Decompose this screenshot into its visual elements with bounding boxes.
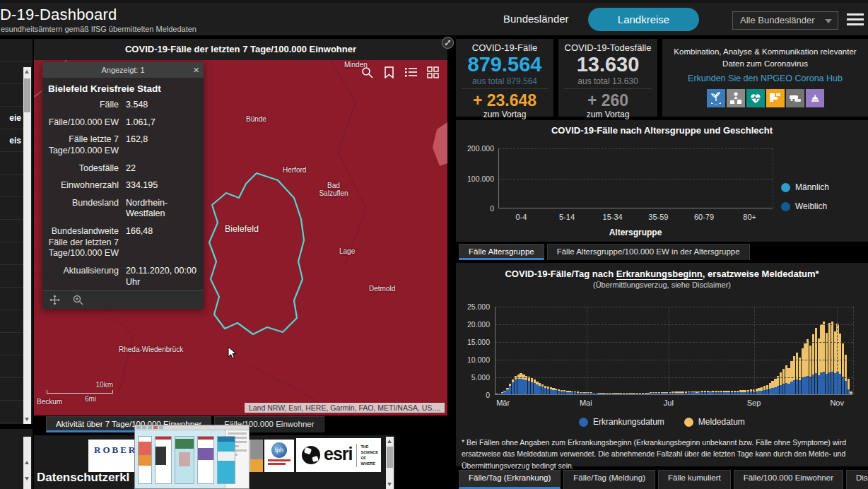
day-bar[interactable] [587, 307, 590, 394]
day-bar[interactable] [793, 307, 795, 394]
day-bar[interactable] [799, 307, 801, 394]
day-bar[interactable] [633, 307, 635, 394]
day-bar[interactable] [506, 307, 508, 394]
scroll-up-icon[interactable] [25, 461, 29, 464]
day-bar[interactable] [693, 307, 695, 394]
day-bar[interactable] [604, 307, 606, 394]
day-bar[interactable] [577, 307, 579, 394]
day-bar[interactable] [744, 307, 746, 394]
day-bar[interactable] [763, 307, 766, 394]
left-bottom-scrollbar[interactable] [23, 437, 31, 489]
day-bar[interactable] [823, 307, 825, 394]
day-bar[interactable] [688, 307, 690, 394]
day-bar[interactable] [552, 307, 554, 394]
map-legend-icon[interactable] [403, 64, 418, 80]
age-tab-0[interactable]: Fälle Altersgruppe [459, 244, 544, 260]
day-bar[interactable] [617, 307, 619, 394]
day-bar[interactable] [802, 307, 804, 394]
day-bar[interactable] [769, 307, 771, 394]
day-bar[interactable] [845, 307, 847, 394]
scroll-down-icon[interactable] [387, 483, 392, 486]
day-bar[interactable] [574, 307, 576, 394]
day-bar[interactable] [671, 307, 674, 394]
close-icon[interactable]: × [193, 62, 199, 78]
day-bar[interactable] [737, 307, 739, 394]
day-bar[interactable] [550, 307, 552, 394]
day-bar[interactable] [698, 307, 700, 394]
day-bar[interactable] [515, 307, 517, 394]
day-bar[interactable] [780, 307, 782, 394]
map-canvas[interactable]: MindenBündeHerfordBad SalzuflenBielefeld… [34, 60, 447, 416]
day-bar[interactable] [528, 307, 530, 394]
day-bar[interactable] [750, 307, 752, 394]
day-bar[interactable] [725, 307, 727, 394]
day-bar[interactable] [582, 307, 585, 394]
day-bar[interactable] [741, 307, 744, 394]
day-bar[interactable] [709, 307, 711, 394]
scroll-thumb[interactable] [24, 78, 30, 112]
day-bar[interactable] [815, 307, 817, 394]
day-bar[interactable] [631, 307, 633, 394]
day-bar[interactable] [593, 307, 595, 394]
day-bar[interactable] [598, 307, 600, 394]
scroll-thumb[interactable] [387, 447, 393, 468]
population-icon[interactable] [727, 89, 745, 107]
day-bar[interactable] [704, 307, 706, 394]
day-bar[interactable] [601, 307, 603, 394]
day-bar[interactable] [826, 307, 828, 394]
day-bar[interactable] [839, 307, 841, 394]
tab-bundeslaender[interactable]: Bundesländer [503, 13, 569, 25]
day-bar[interactable] [512, 307, 514, 394]
day-bar[interactable] [520, 307, 522, 394]
day-bar[interactable] [544, 307, 546, 394]
bottom-tab-0[interactable]: Fälle/Tag (Erkrankung) [459, 470, 561, 489]
screenshot-preview-window[interactable] [134, 425, 250, 489]
day-bar[interactable] [652, 307, 655, 394]
day-bar[interactable] [645, 307, 647, 394]
day-bar[interactable] [785, 307, 787, 394]
day-bar[interactable] [639, 307, 641, 394]
bottom-tab-2[interactable]: Fälle kumuliert [658, 470, 731, 489]
day-bar[interactable] [647, 307, 649, 394]
day-bar[interactable] [568, 307, 570, 394]
scroll-down-icon[interactable] [25, 477, 29, 481]
day-bar[interactable] [661, 307, 663, 394]
day-bar[interactable] [834, 307, 836, 394]
day-bar[interactable] [609, 307, 611, 394]
scroll-up-icon[interactable] [387, 440, 392, 443]
day-bar[interactable] [555, 307, 557, 394]
day-bar[interactable] [848, 307, 850, 394]
day-bar[interactable] [626, 307, 628, 394]
day-bar[interactable] [658, 307, 660, 394]
day-bar[interactable] [571, 307, 573, 394]
day-bar[interactable] [691, 307, 693, 394]
day-bar[interactable] [790, 307, 792, 394]
day-bar[interactable] [566, 307, 568, 394]
day-bar[interactable] [831, 307, 833, 394]
day-bar[interactable] [777, 307, 779, 394]
day-bar[interactable] [509, 307, 511, 394]
day-bar[interactable] [782, 307, 785, 394]
day-bar[interactable] [696, 307, 698, 394]
day-bar[interactable] [720, 307, 722, 394]
day-bar[interactable] [674, 307, 676, 394]
menu-button[interactable] [847, 13, 864, 28]
day-bar[interactable] [525, 307, 527, 394]
day-bar[interactable] [536, 307, 538, 394]
day-bar[interactable] [561, 307, 563, 394]
administration-icon[interactable] [806, 89, 824, 107]
day-bar[interactable] [728, 307, 730, 394]
day-bar[interactable] [731, 307, 733, 394]
age-tab-1[interactable]: Fälle Altersgruppe/100.000 EW in der Alt… [547, 244, 750, 260]
scroll-down-icon[interactable] [25, 418, 29, 421]
day-bar[interactable] [771, 307, 773, 394]
bundesland-select[interactable]: Alle Bundesländer [732, 11, 838, 30]
day-bar[interactable] [774, 307, 776, 394]
day-bar[interactable] [501, 307, 503, 394]
day-bar[interactable] [623, 307, 625, 394]
privacy-link[interactable]: Datenschutzerkl [37, 471, 129, 485]
day-bar[interactable] [628, 307, 631, 394]
day-bar[interactable] [701, 307, 703, 394]
day-bar[interactable] [663, 307, 665, 394]
regions-icon[interactable] [766, 89, 785, 107]
